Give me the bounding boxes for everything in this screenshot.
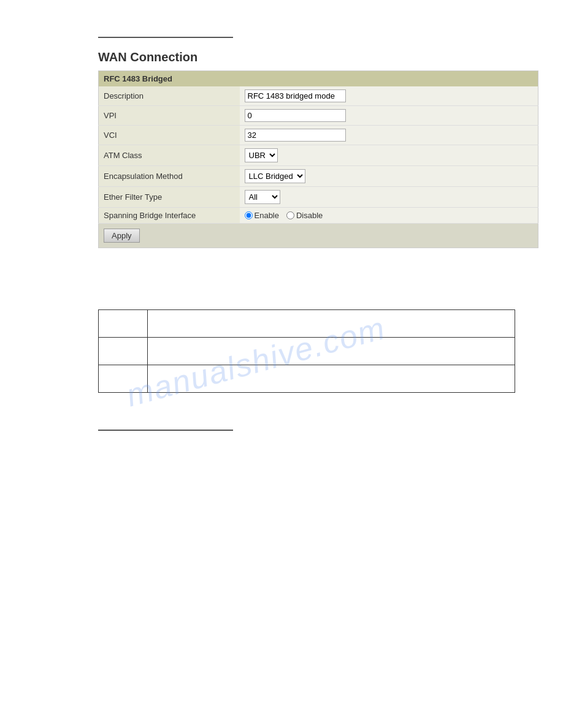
field-label-description: Description (99, 86, 240, 106)
apply-row: Apply (99, 224, 538, 248)
empty-cell (99, 365, 148, 393)
apply-button[interactable]: Apply (104, 229, 140, 243)
empty-cell (148, 310, 515, 338)
section-header: RFC 1483 Bridged (99, 71, 538, 87)
spanning-radio-group: Enable Disable (245, 211, 534, 220)
table-row: Ether Filter Type All None (99, 187, 538, 208)
table-row: VCI (99, 126, 538, 145)
field-label-vci: VCI (99, 126, 240, 145)
description-input[interactable] (245, 89, 346, 102)
table-row: VPI (99, 106, 538, 126)
vci-input[interactable] (245, 129, 346, 142)
field-label-ether-filter: Ether Filter Type (99, 187, 240, 208)
vpi-input[interactable] (245, 109, 346, 122)
empty-cell (148, 365, 515, 393)
table-row (99, 310, 515, 338)
ether-filter-select[interactable]: All None (245, 190, 280, 204)
spanning-disable-label[interactable]: Disable (286, 211, 323, 220)
atm-class-select[interactable]: UBR CBR VBR (245, 148, 278, 162)
empty-table (98, 309, 515, 393)
field-label-vpi: VPI (99, 106, 240, 126)
spanning-disable-radio[interactable] (286, 211, 294, 219)
encapsulation-select[interactable]: LLC Bridged VC Mux (245, 169, 305, 183)
empty-cell (99, 338, 148, 365)
spanning-disable-text: Disable (296, 211, 323, 220)
table-row (99, 365, 515, 393)
table-row (99, 338, 515, 365)
table-row: Encapsulation Method LLC Bridged VC Mux (99, 166, 538, 187)
empty-cell (99, 310, 148, 338)
wan-connection-form: RFC 1483 Bridged Description VPI (98, 70, 538, 248)
page-title: WAN Connection (98, 50, 538, 64)
spanning-enable-radio[interactable] (245, 211, 253, 219)
field-label-encapsulation: Encapsulation Method (99, 166, 240, 187)
field-label-atm-class: ATM Class (99, 145, 240, 166)
table-row: Spanning Bridge Interface Enable Disable (99, 208, 538, 224)
empty-cell (148, 338, 515, 365)
spanning-enable-label[interactable]: Enable (245, 211, 279, 220)
spanning-enable-text: Enable (255, 211, 279, 220)
table-row: Description (99, 86, 538, 106)
bottom-divider (98, 430, 233, 431)
field-label-spanning: Spanning Bridge Interface (99, 208, 240, 224)
table-row: ATM Class UBR CBR VBR (99, 145, 538, 166)
